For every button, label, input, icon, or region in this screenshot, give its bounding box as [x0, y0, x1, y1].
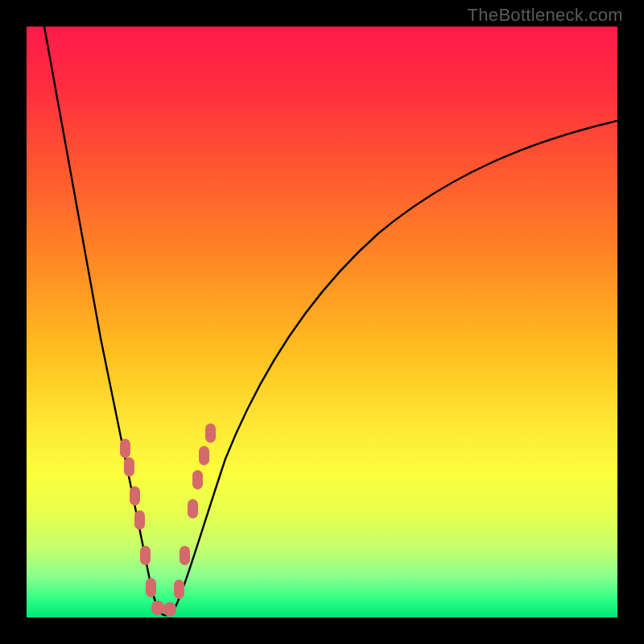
marker-point	[174, 580, 184, 599]
curve-group	[44, 27, 617, 615]
marker-point	[163, 602, 176, 617]
marker-point	[146, 578, 156, 597]
marker-point	[134, 510, 145, 530]
marker-point	[151, 601, 164, 615]
marker-point	[180, 546, 190, 565]
marker-point	[130, 486, 140, 506]
marker-group	[120, 423, 216, 617]
marker-point	[192, 470, 203, 489]
marker-point	[188, 499, 198, 518]
bottleneck-curve-svg	[0, 0, 644, 644]
marker-point	[205, 423, 216, 443]
bottleneck-curve	[44, 27, 617, 615]
marker-point	[124, 457, 134, 477]
marker-point	[120, 439, 130, 458]
marker-point	[140, 546, 151, 565]
marker-point	[199, 446, 209, 465]
chart-frame: TheBottleneck.com	[0, 0, 644, 644]
